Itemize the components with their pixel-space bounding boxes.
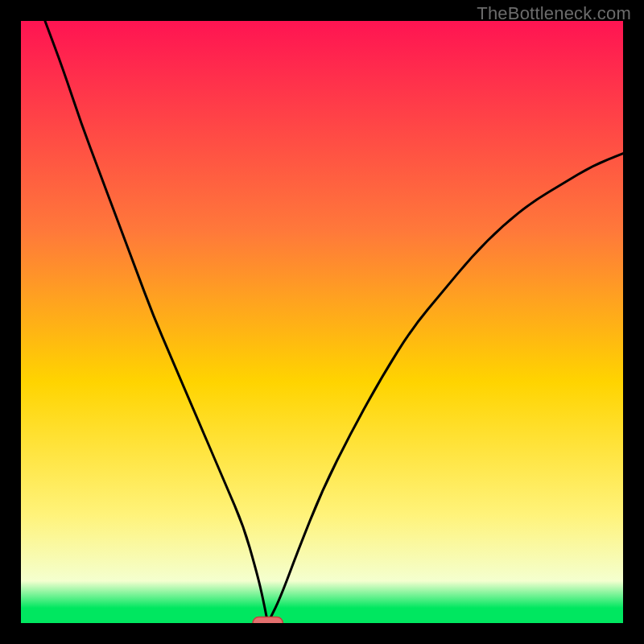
bottleneck-plot [21, 21, 623, 623]
bottleneck-marker [253, 617, 283, 623]
watermark-text: TheBottleneck.com [477, 3, 631, 24]
chart-frame: TheBottleneck.com [0, 0, 644, 644]
gradient-background [21, 21, 623, 623]
